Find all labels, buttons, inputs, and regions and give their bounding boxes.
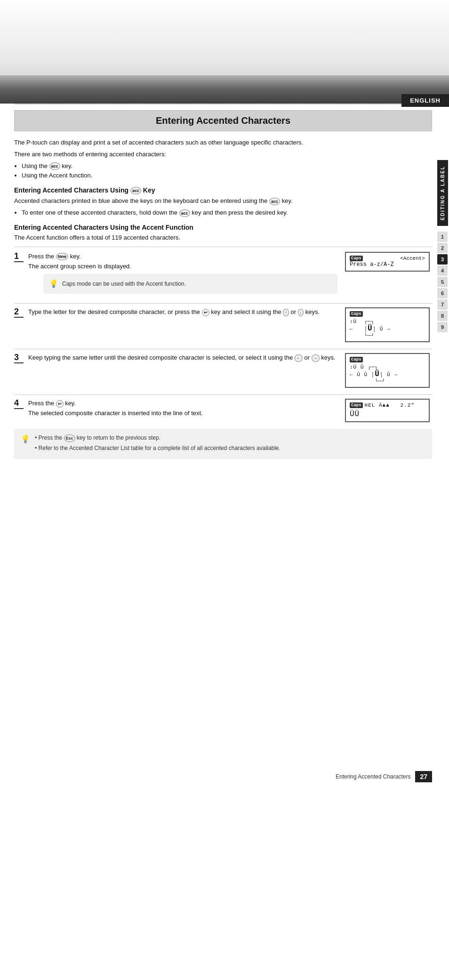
down-key-2: ↓	[298, 309, 304, 316]
step2-divider	[14, 349, 432, 349]
step-2-chars3: └─┘	[350, 333, 425, 338]
page-footer: Entering Accented Characters 27	[336, 771, 432, 782]
intro-line-1: The P-touch can display and print a set …	[14, 138, 432, 148]
tip-icon-1: 💡	[49, 278, 58, 290]
tip-box-1: 💡 Caps mode can be used with the Accent …	[43, 274, 337, 294]
step1-divider	[14, 303, 432, 304]
step-1-row: 1 Press the New key. The accent group sc…	[14, 252, 432, 297]
step-1-text-2: The accent group screen is displayed.	[28, 262, 337, 272]
step-2-num: 2	[14, 307, 24, 318]
step-4-row: 4 Press the ↩ key. The selected composit…	[14, 399, 432, 422]
sidebar-num-3[interactable]: 3	[437, 254, 448, 265]
step-4-display: Caps HEL Ä▲▲ 2.2" ÜÜ	[345, 399, 430, 422]
step-2-left: 2 Type the letter for the desired compos…	[14, 307, 337, 318]
enter-key-4: ↩	[56, 400, 64, 408]
caps-badge-1: Caps	[350, 256, 363, 261]
step-4-num: 4	[14, 399, 24, 409]
step-4-text-2: The selected composite character is inse…	[28, 409, 337, 418]
sub1-bullet: To enter one of these accented character…	[22, 208, 432, 218]
step-3-chars: ↕Ü Û ┌─┐	[350, 364, 425, 370]
sidebar-num-5[interactable]: 5	[437, 277, 448, 287]
sidebar-num-4[interactable]: 4	[437, 265, 448, 276]
acc-key-badge-2: acc	[130, 187, 141, 194]
step-1-content: Press the New key. The accent group scre…	[28, 252, 337, 297]
screen-1-row2: Press a-z/A-Z	[350, 261, 425, 268]
steps-container: 1 Press the New key. The accent group sc…	[14, 252, 432, 422]
step-3-left: 3 Keep typing the same letter until the …	[14, 353, 337, 363]
right-key-3: →	[312, 354, 320, 362]
note-box: 💡 • Press the Esc key to return to the p…	[14, 429, 432, 459]
step-3-chars3: └─┘	[350, 378, 425, 384]
step-3-display: Caps ↕Ü Û ┌─┐ ← Û Û │Ü│ Û → └─┘	[345, 353, 430, 388]
step-1-display: Caps <Accent> Press a-z/A-Z	[345, 252, 430, 272]
note-content: • Press the Esc key to return to the pre…	[35, 434, 281, 454]
step-4-text-1: Press the ↩ key.	[28, 399, 337, 409]
step-2-content: Type the letter for the desired composit…	[28, 307, 337, 317]
step-2-chars2: ← │Ü│ Û →	[350, 324, 425, 333]
top-banner	[0, 0, 449, 104]
acc-key-badge-1: acc	[49, 162, 60, 170]
step-1-left: 1 Press the New key. The accent group sc…	[14, 252, 337, 297]
sub2-body: The Accent function offers a total of 11…	[14, 233, 432, 243]
sidebar-num-7[interactable]: 7	[437, 299, 448, 310]
note-1: • Press the Esc key to return to the pre…	[35, 434, 281, 442]
tip-text-1: Caps mode can be used with the Accent fu…	[62, 280, 186, 289]
step-1-text-1: Press the New key.	[28, 252, 337, 262]
up-key-2: ↑	[283, 309, 289, 316]
acc-key-badge-4: acc	[179, 209, 190, 217]
step-3-text: Keep typing the same letter until the de…	[28, 353, 337, 363]
step-2-row: 2 Type the letter for the desired compos…	[14, 307, 432, 342]
sidebar-num-9[interactable]: 9	[437, 322, 448, 332]
sidebar-numbers: 1 2 3 4 5 6 7 8 9	[437, 232, 448, 332]
screen-1-accent: <Accent>	[400, 256, 425, 261]
sub1-body: Accented characters printed in blue abov…	[14, 196, 432, 206]
sidebar-num-1[interactable]: 1	[437, 232, 448, 242]
step-3-chars2: ← Û Û │Ü│ Û →	[350, 370, 425, 378]
sub-heading-2: Entering Accented Characters Using the A…	[14, 224, 432, 231]
sub-heading-1: Entering Accented Characters Using acc K…	[14, 186, 432, 194]
main-content: Entering Accented Characters The P-touch…	[14, 104, 432, 459]
step-4-hel: HEL Ä▲▲ 2.2"	[365, 402, 415, 408]
step3-divider	[14, 394, 432, 395]
section-title: Entering Accented Characters	[15, 115, 432, 126]
caps-badge-3: Caps	[350, 357, 363, 362]
intro-bullets: Using the acc key. Using the Accent func…	[22, 161, 432, 181]
step-3-content: Keep typing the same letter until the de…	[28, 353, 337, 363]
caps-badge-4: Caps	[350, 402, 363, 408]
language-label: ENGLISH	[410, 97, 441, 104]
intro-line-2: There are two methods of entering accent…	[14, 150, 432, 160]
note-icon: 💡	[21, 434, 30, 443]
enter-key-2: ↩	[202, 309, 209, 316]
left-key-3: ←	[295, 354, 303, 362]
step-1-screen: Caps <Accent> Press a-z/A-Z	[345, 252, 432, 272]
bullet-1: Using the acc key.	[22, 161, 432, 171]
right-sidebar: EDITING A LABEL 1 2 3 4 5 6 7 8 9	[436, 160, 449, 332]
step-4-left: 4 Press the ↩ key. The selected composit…	[14, 399, 337, 418]
footer-label: Entering Accented Characters	[336, 773, 410, 780]
note-2: • Refer to the Accented Character List t…	[35, 444, 281, 452]
esc-key-note: Esc	[64, 434, 75, 442]
step-2-display: Caps ↕Ü ┌─┐ ← │Ü│ Û → └─┘	[345, 307, 430, 342]
steps-divider	[14, 247, 432, 247]
step-4-screen: Caps HEL Ä▲▲ 2.2" ÜÜ	[345, 399, 432, 422]
sub1-bullets: To enter one of these accented character…	[22, 208, 432, 218]
sidebar-editing-label: EDITING A LABEL	[437, 160, 448, 226]
sidebar-num-6[interactable]: 6	[437, 288, 448, 298]
caps-badge-2: Caps	[350, 311, 363, 317]
sidebar-num-8[interactable]: 8	[437, 311, 448, 321]
step-4-content: Press the ↩ key. The selected composite …	[28, 399, 337, 418]
step-3-num: 3	[14, 353, 24, 363]
page-number: 27	[415, 771, 432, 782]
step-3-row: 3 Keep typing the same letter until the …	[14, 353, 432, 388]
step-2-chars: ↕Ü ┌─┐	[350, 319, 425, 324]
screen-1-header: Caps <Accent>	[350, 256, 425, 261]
step-4-text: ÜÜ	[350, 410, 425, 418]
banner-accent	[0, 75, 449, 104]
bullet-2: Using the Accent function.	[22, 171, 432, 181]
step-3-screen: Caps ↕Ü Û ┌─┐ ← Û Û │Ü│ Û → └─┘	[345, 353, 432, 388]
new-key-badge: New	[56, 253, 69, 260]
section-title-box: Entering Accented Characters	[14, 110, 432, 131]
step-1-num: 1	[14, 252, 24, 262]
step-2-text: Type the letter for the desired composit…	[28, 307, 337, 317]
sidebar-num-2[interactable]: 2	[437, 243, 448, 253]
